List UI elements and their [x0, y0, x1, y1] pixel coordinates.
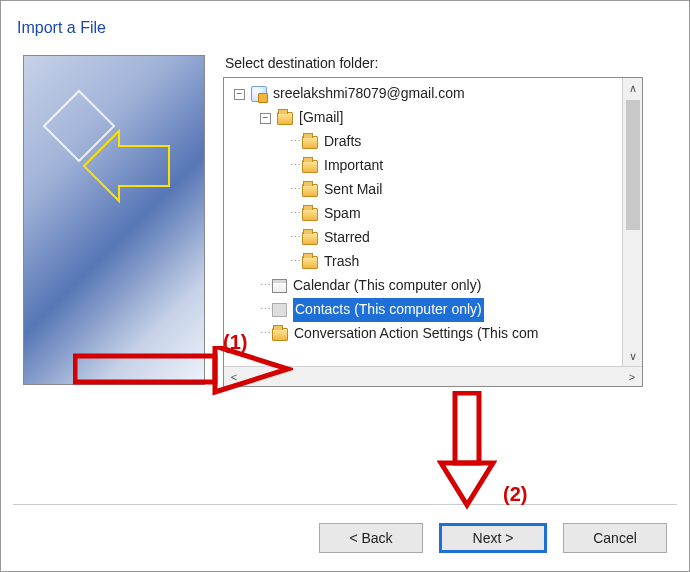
folder-icon [302, 160, 318, 173]
tree-label: Calendar (This computer only) [293, 275, 481, 297]
tree-label: Starred [324, 227, 370, 249]
folder-icon [302, 184, 318, 197]
tree-node-folder[interactable]: ⋯ Sent Mail [228, 178, 622, 202]
tree-connector: ⋯ [290, 229, 300, 246]
tree-label: Spam [324, 203, 361, 225]
tree-node-folder[interactable]: ⋯ Spam [228, 202, 622, 226]
tree-node-gmail[interactable]: − [Gmail] [228, 106, 622, 130]
svg-marker-0 [84, 131, 169, 201]
wizard-sidebar-image [23, 55, 205, 385]
next-button[interactable]: Next > [439, 523, 547, 553]
tree-node-folder[interactable]: ⋯ Conversation Action Settings (This com [228, 322, 622, 346]
tree-node-calendar[interactable]: ⋯ Calendar (This computer only) [228, 274, 622, 298]
svg-marker-1 [44, 91, 114, 161]
horizontal-scrollbar[interactable]: < > [224, 366, 642, 386]
scroll-track[interactable] [244, 367, 622, 386]
tree-connector: ⋯ [290, 133, 300, 150]
tree-node-folder[interactable]: ⋯ Important [228, 154, 622, 178]
folder-icon [302, 232, 318, 245]
tree-connector: ⋯ [290, 181, 300, 198]
scroll-thumb[interactable] [626, 100, 640, 230]
tree-connector: ⋯ [290, 205, 300, 222]
tree-connector: ⋯ [290, 157, 300, 174]
folder-icon [302, 136, 318, 149]
folder-tree[interactable]: − sreelakshmi78079@gmail.com − [Gmail] ⋯… [223, 77, 643, 387]
destination-label: Select destination folder: [225, 55, 681, 71]
scroll-down-icon[interactable]: ∨ [623, 346, 642, 366]
folder-icon [302, 208, 318, 221]
scroll-right-icon[interactable]: > [622, 367, 642, 386]
tree-label: Trash [324, 251, 359, 273]
tree-node-folder[interactable]: ⋯ Starred [228, 226, 622, 250]
folder-icon [272, 328, 288, 341]
back-button[interactable]: < Back [319, 523, 423, 553]
contacts-icon [272, 303, 287, 317]
dialog-title: Import a File [1, 1, 689, 45]
annotation-2: (2) [503, 483, 527, 506]
scroll-up-icon[interactable]: ∧ [623, 78, 642, 98]
tree-label-selected: Contacts (This computer only) [293, 298, 484, 322]
svg-marker-5 [441, 463, 493, 505]
folder-icon [302, 256, 318, 269]
tree-label: Drafts [324, 131, 361, 153]
folder-icon [277, 112, 293, 125]
annotation-arrow-2 [437, 391, 497, 511]
vertical-scrollbar[interactable]: ∧ ∨ [622, 78, 642, 366]
tree-connector: ⋯ [260, 277, 270, 294]
tree-node-account[interactable]: − sreelakshmi78079@gmail.com [228, 82, 622, 106]
svg-rect-4 [455, 393, 479, 463]
tree-label: sreelakshmi78079@gmail.com [273, 83, 465, 105]
collapse-icon[interactable]: − [234, 89, 245, 100]
divider [13, 504, 677, 505]
tree-connector: ⋯ [260, 301, 270, 318]
tree-label: Sent Mail [324, 179, 382, 201]
cancel-button[interactable]: Cancel [563, 523, 667, 553]
scroll-left-icon[interactable]: < [224, 367, 244, 386]
tree-label: Conversation Action Settings (This com [294, 323, 538, 345]
tree-node-folder[interactable]: ⋯ Drafts [228, 130, 622, 154]
outlook-account-icon [251, 86, 267, 102]
tree-connector: ⋯ [260, 325, 270, 342]
calendar-icon [272, 279, 287, 293]
tree-node-contacts[interactable]: ⋯ Contacts (This computer only) [228, 298, 622, 322]
collapse-icon[interactable]: − [260, 113, 271, 124]
tree-label: Important [324, 155, 383, 177]
tree-node-folder[interactable]: ⋯ Trash [228, 250, 622, 274]
tree-connector: ⋯ [290, 253, 300, 270]
tree-label: [Gmail] [299, 107, 343, 129]
